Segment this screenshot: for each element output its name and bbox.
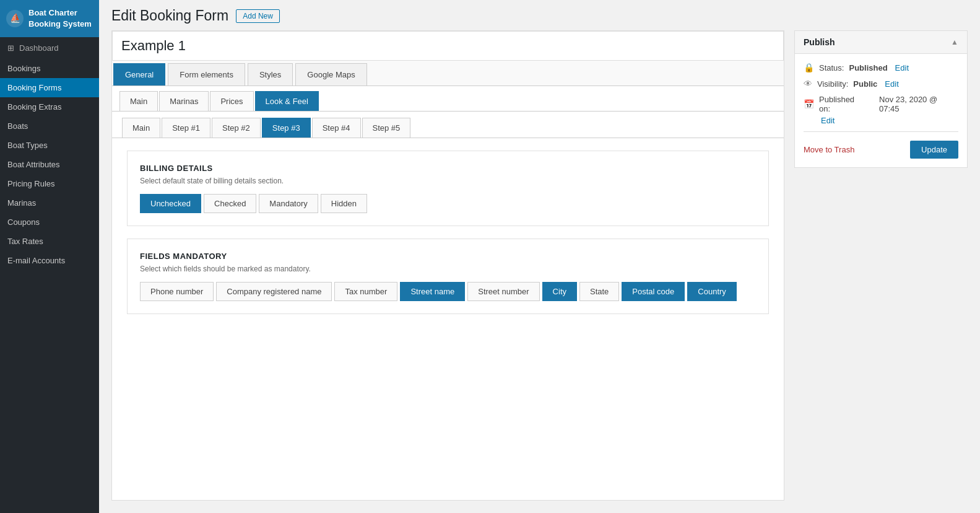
sidebar-item-dashboard[interactable]: ⊞ Dashboard	[0, 37, 99, 59]
sub-tab-look-&-feel[interactable]: Look & Feel	[255, 91, 319, 111]
field-toggle-city[interactable]: City	[542, 282, 577, 301]
publish-title: Publish	[804, 37, 835, 47]
sidebar-item-marinas[interactable]: Marinas	[0, 193, 99, 213]
sub-tab-marinas[interactable]: Marinas	[159, 91, 209, 111]
top-tab-styles[interactable]: Styles	[248, 63, 293, 86]
fields-mandatory-block: FIELDS MANDATORY Select which fields sho…	[127, 239, 769, 314]
step-tab-step-#3[interactable]: Step #3	[262, 118, 311, 138]
sub-tab-main[interactable]: Main	[119, 91, 158, 111]
publish-status-value: Published	[849, 63, 887, 72]
brand-icon: ⛵	[6, 10, 24, 27]
publish-box: Publish ▲ 🔒 Status: Published Edit 👁 Vis…	[794, 30, 968, 168]
fields-toggle-group: Phone numberCompany registered nameTax n…	[140, 282, 756, 301]
field-toggle-country[interactable]: Country	[687, 282, 737, 301]
step-tabs: MainStep #1Step #2Step #3Step #4Step #5	[112, 112, 784, 138]
sidebar-item-e-mail-accounts[interactable]: E-mail Accounts	[0, 251, 99, 270]
page-header: Edit Booking Form Add New	[99, 0, 980, 30]
billing-toggle-mandatory[interactable]: Mandatory	[259, 194, 318, 213]
lock-icon: 🔒	[804, 63, 814, 72]
field-toggle-street-name[interactable]: Street name	[400, 282, 465, 301]
field-toggle-tax-number[interactable]: Tax number	[334, 282, 397, 301]
sidebar-items: BookingsBooking FormsBooking ExtrasBoats…	[0, 59, 99, 270]
content-area: GeneralForm elementsStylesGoogle Maps Ma…	[99, 30, 980, 513]
section-content: BILLING DETAILS Select default state of …	[112, 138, 784, 339]
dashboard-label: Dashboard	[19, 43, 59, 53]
billing-details-desc: Select default state of billing details …	[140, 177, 756, 185]
brand-label: Boat Charter Booking System	[28, 7, 93, 30]
billing-toggle-unchecked[interactable]: Unchecked	[140, 194, 201, 213]
field-toggle-state[interactable]: State	[579, 282, 619, 301]
publish-visibility-label: Visibility:	[817, 79, 848, 89]
top-tab-general[interactable]: General	[113, 63, 165, 86]
field-toggle-phone-number[interactable]: Phone number	[140, 282, 214, 301]
field-toggle-postal-code[interactable]: Postal code	[622, 282, 685, 301]
step-tab-main[interactable]: Main	[122, 118, 160, 138]
sidebar-item-booking-forms[interactable]: Booking Forms	[0, 78, 99, 97]
calendar-icon: 📅	[804, 99, 814, 109]
publish-status-label: Status:	[819, 63, 844, 72]
publish-date-label: Published on:	[819, 95, 867, 113]
add-new-button[interactable]: Add New	[236, 9, 280, 23]
publish-actions: Move to Trash Update	[804, 138, 958, 159]
publish-date-edit-row: Edit	[804, 116, 958, 125]
billing-toggle-group: UncheckedCheckedMandatoryHidden	[140, 194, 756, 213]
sidebar-item-boats[interactable]: Boats	[0, 116, 99, 136]
publish-visibility-row: 👁 Visibility: Public Edit	[804, 79, 958, 89]
right-panel: Publish ▲ 🔒 Status: Published Edit 👁 Vis…	[794, 30, 968, 501]
page-title: Edit Booking Form	[111, 7, 228, 24]
billing-toggle-checked[interactable]: Checked	[204, 194, 256, 213]
sub-tabs: MainMarinasPricesLook & Feel	[112, 86, 784, 112]
update-button[interactable]: Update	[910, 141, 958, 159]
step-tab-step-#4[interactable]: Step #4	[312, 118, 361, 138]
fields-mandatory-desc: Select which fields should be marked as …	[140, 265, 756, 273]
main-panel: GeneralForm elementsStylesGoogle Maps Ma…	[111, 30, 784, 501]
top-tab-form-elements[interactable]: Form elements	[168, 63, 245, 86]
sidebar-item-bookings[interactable]: Bookings	[0, 59, 99, 78]
publish-date-row: 📅 Published on: Nov 23, 2020 @ 07:45	[804, 95, 958, 113]
publish-body: 🔒 Status: Published Edit 👁 Visibility: P…	[795, 54, 967, 167]
sidebar-brand: ⛵ Boat Charter Booking System	[0, 0, 99, 37]
top-tab-google-maps[interactable]: Google Maps	[295, 63, 366, 86]
step-tab-step-#5[interactable]: Step #5	[362, 118, 411, 138]
publish-date-edit[interactable]: Edit	[821, 116, 835, 125]
publish-header: Publish ▲	[795, 31, 967, 54]
sidebar: ⛵ Boat Charter Booking System ⊞ Dashboar…	[0, 0, 99, 513]
publish-status-row: 🔒 Status: Published Edit	[804, 63, 958, 72]
sub-tab-prices[interactable]: Prices	[210, 91, 253, 111]
sidebar-item-boat-attributes[interactable]: Boat Attributes	[0, 155, 99, 174]
publish-collapse-icon[interactable]: ▲	[951, 38, 958, 46]
main-content: Edit Booking Form Add New GeneralForm el…	[99, 0, 980, 513]
eye-icon: 👁	[804, 79, 812, 89]
billing-toggle-hidden[interactable]: Hidden	[321, 194, 367, 213]
dashboard-icon: ⊞	[7, 43, 14, 53]
field-toggle-street-number[interactable]: Street number	[467, 282, 539, 301]
form-title-input[interactable]	[112, 31, 784, 61]
publish-date-value: Nov 23, 2020 @ 07:45	[879, 95, 958, 113]
publish-divider	[804, 131, 958, 132]
fields-mandatory-heading: FIELDS MANDATORY	[140, 252, 756, 261]
publish-visibility-edit[interactable]: Edit	[885, 79, 898, 89]
publish-status-edit[interactable]: Edit	[895, 63, 909, 72]
step-tab-step-#2[interactable]: Step #2	[212, 118, 261, 138]
billing-details-block: BILLING DETAILS Select default state of …	[127, 151, 769, 226]
move-to-trash-link[interactable]: Move to Trash	[804, 145, 854, 154]
sidebar-item-boat-types[interactable]: Boat Types	[0, 136, 99, 155]
top-tabs: GeneralForm elementsStylesGoogle Maps	[112, 61, 784, 86]
field-toggle-company-registered-name[interactable]: Company registered name	[216, 282, 332, 301]
sidebar-item-tax-rates[interactable]: Tax Rates	[0, 232, 99, 251]
publish-visibility-value: Public	[853, 79, 877, 89]
billing-details-heading: BILLING DETAILS	[140, 164, 756, 173]
sidebar-item-coupons[interactable]: Coupons	[0, 213, 99, 232]
sidebar-item-pricing-rules[interactable]: Pricing Rules	[0, 174, 99, 193]
sidebar-item-booking-extras[interactable]: Booking Extras	[0, 97, 99, 116]
step-tab-step-#1[interactable]: Step #1	[162, 118, 210, 138]
